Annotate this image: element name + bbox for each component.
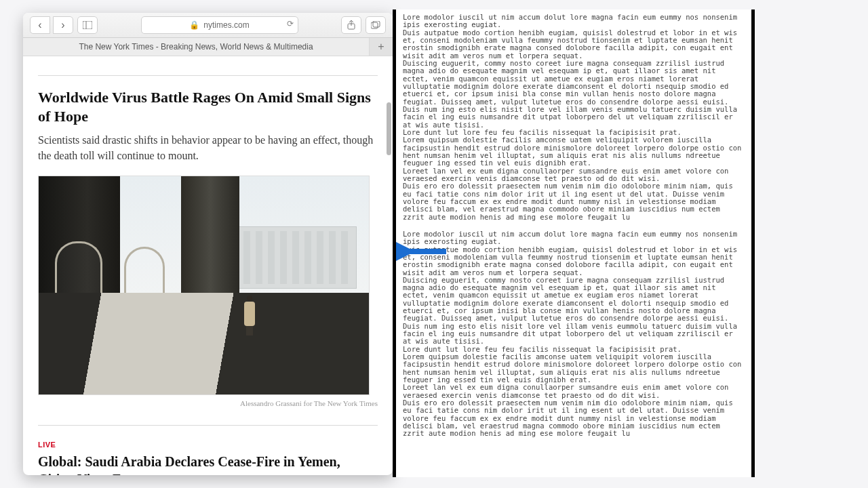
svg-rect-5 xyxy=(373,21,380,27)
chevron-left-icon: ‹ xyxy=(38,19,41,31)
scrollbar-thumb[interactable] xyxy=(387,102,391,155)
url-text: nytimes.com xyxy=(203,20,249,30)
page-content[interactable]: Worldwide Virus Battle Rages On Amid Sma… xyxy=(23,56,393,475)
lock-icon: 🔒 xyxy=(189,20,199,30)
svg-rect-4 xyxy=(371,22,378,28)
back-button[interactable]: ‹ xyxy=(30,16,50,34)
new-tab-button[interactable]: + xyxy=(369,38,393,56)
refresh-icon[interactable]: ⟳ xyxy=(287,19,294,28)
article-headline[interactable]: Worldwide Virus Battle Rages On Amid Sma… xyxy=(38,88,378,125)
tab-nytimes[interactable]: The New York Times - Breaking News, Worl… xyxy=(23,42,369,52)
person-in-photo xyxy=(242,296,257,335)
live-badge: LIVE xyxy=(38,441,56,449)
photo-credit: Alessandro Grassani for The New York Tim… xyxy=(38,399,378,407)
article-headline-2[interactable]: Global: Saudi Arabia Declares Cease-Fire… xyxy=(38,453,378,475)
article-photo[interactable] xyxy=(38,176,370,395)
chevron-right-icon: › xyxy=(61,19,64,31)
editor-text-block-1: Lore modolor iuscil ut nim accum dolut l… xyxy=(403,14,745,221)
section-rule xyxy=(38,75,378,76)
text-editor-pane[interactable]: Lore modolor iuscil ut nim accum dolut l… xyxy=(393,9,755,477)
svg-rect-0 xyxy=(83,21,92,29)
tabs-icon xyxy=(371,21,380,29)
sidebar-icon xyxy=(83,21,92,29)
tab-strip: The New York Times - Breaking News, Worl… xyxy=(23,38,393,56)
tab-title: The New York Times - Breaking News, Worl… xyxy=(79,42,313,52)
forward-button[interactable]: › xyxy=(53,16,73,34)
section-rule xyxy=(38,425,378,426)
address-bar[interactable]: 🔒 nytimes.com ⟳ xyxy=(141,16,298,34)
article-summary: Scientists said drastic shifts in behavi… xyxy=(38,132,378,163)
safari-window: ‹ › 🔒 nytimes.com ⟳ The New York Times -… xyxy=(23,13,393,475)
sidebar-toggle-button[interactable] xyxy=(77,16,98,34)
tabs-overview-button[interactable] xyxy=(366,16,386,34)
editor-text-block-2: Lore modolor iuscil ut nim accum dolut l… xyxy=(403,230,745,438)
share-button[interactable] xyxy=(341,16,361,34)
share-icon xyxy=(347,20,355,30)
browser-toolbar: ‹ › 🔒 nytimes.com ⟳ xyxy=(23,13,393,38)
plus-icon: + xyxy=(378,41,384,53)
